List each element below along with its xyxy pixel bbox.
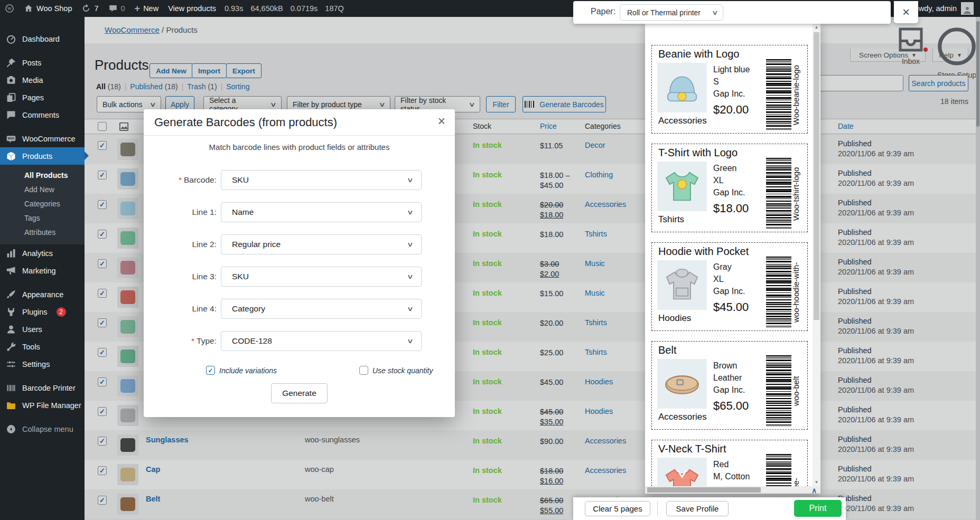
panel-vertical-scrollbar[interactable]: ▲ ▼ — [813, 24, 820, 486]
sidebar-item-tools[interactable]: Tools — [0, 338, 85, 355]
checkbox-include-variations[interactable]: ✓Include variations — [206, 366, 277, 375]
column-header-date[interactable]: Date — [838, 122, 854, 130]
modal-close-icon[interactable]: × — [437, 114, 445, 129]
sidebar-subitem-tags[interactable]: Tags — [0, 211, 85, 225]
add-new-button[interactable]: Add New — [150, 63, 193, 78]
scroll-down-arrow-icon[interactable]: ▼ — [813, 479, 820, 486]
site-name-link[interactable]: Woo Shop — [19, 0, 77, 17]
product-thumbnail[interactable] — [117, 198, 138, 219]
search-products-button[interactable]: Search products — [909, 75, 968, 91]
view-link-all[interactable]: All — [96, 82, 106, 91]
product-category-link[interactable]: Tshirts — [585, 318, 607, 327]
product-thumbnail[interactable] — [117, 287, 138, 308]
sidebar-subitem-attributes[interactable]: Attributes — [0, 225, 85, 240]
product-category-link[interactable]: Clothing — [585, 171, 613, 179]
store-setup-activity[interactable]: Store Setup — [934, 24, 979, 79]
row-checkbox[interactable]: ✓ — [98, 496, 107, 505]
product-category-link[interactable]: Tshirts — [585, 230, 607, 238]
generate-button[interactable]: Generate — [271, 383, 328, 403]
checkbox-box[interactable] — [359, 366, 368, 375]
clear-pages-button[interactable]: Clear 5 pages — [585, 501, 650, 516]
scroll-up-arrow-icon[interactable]: ▲ — [813, 24, 820, 31]
product-thumbnail[interactable] — [117, 168, 138, 190]
sidebar-item-posts[interactable]: Posts — [0, 54, 85, 71]
product-name-link[interactable]: Cap — [146, 465, 160, 474]
panel-hscrollbar-thumb[interactable] — [647, 487, 761, 493]
product-category-link[interactable]: Hoodies — [585, 407, 613, 415]
panel-horizontal-scrollbar[interactable] — [645, 486, 820, 494]
product-thumbnail[interactable] — [117, 375, 138, 396]
sidebar-item-wp-file-manager[interactable]: WP File Manager — [0, 396, 85, 414]
field-select-line3[interactable]: SKU∨ — [221, 267, 422, 287]
product-thumbnail[interactable] — [117, 494, 138, 515]
product-thumbnail[interactable] — [117, 257, 138, 278]
row-checkbox[interactable]: ✓ — [98, 377, 107, 386]
page-scrollbar-thumb[interactable] — [976, 21, 979, 127]
import-button[interactable]: Import — [192, 63, 227, 78]
checkbox-use-stock-quantity[interactable]: Use stock quantity — [359, 366, 433, 375]
row-checkbox[interactable]: ✓ — [98, 437, 107, 446]
row-checkbox[interactable]: ✓ — [98, 348, 107, 357]
comments-indicator[interactable]: 0 — [104, 0, 130, 17]
sidebar-item-comments[interactable]: Comments — [0, 106, 85, 124]
print-button[interactable]: Print — [794, 500, 842, 517]
select-all-checkbox[interactable] — [98, 122, 107, 131]
product-thumbnail[interactable] — [117, 464, 138, 485]
row-checkbox[interactable]: ✓ — [98, 259, 107, 268]
inbox-activity[interactable]: Inbox — [895, 24, 927, 65]
row-checkbox[interactable]: ✓ — [98, 407, 107, 416]
panel-close-button[interactable]: × — [894, 1, 918, 23]
sidebar-item-settings[interactable]: Settings — [0, 355, 85, 373]
sidebar-item-media[interactable]: Media — [0, 71, 85, 89]
field-select-line1[interactable]: Name∨ — [221, 202, 422, 222]
product-thumbnail[interactable] — [117, 228, 138, 249]
product-thumbnail[interactable] — [117, 434, 138, 456]
view-link-sorting[interactable]: Sorting — [226, 82, 249, 91]
product-name-link[interactable]: Belt — [146, 495, 160, 503]
sidebar-item-users[interactable]: Users — [0, 320, 85, 338]
column-header-price[interactable]: Price — [540, 122, 557, 130]
row-checkbox[interactable]: ✓ — [98, 141, 107, 150]
sidebar-subitem-add-new[interactable]: Add New — [0, 183, 85, 197]
product-thumbnail[interactable] — [117, 405, 138, 426]
sidebar-item-woocommerce[interactable]: WOOWooCommerce — [0, 130, 85, 147]
field-select-line2[interactable]: Regular price∨ — [221, 234, 422, 254]
product-category-link[interactable]: Tshirts — [585, 348, 607, 356]
sidebar-item-products[interactable]: Products — [0, 147, 85, 165]
column-header-categories[interactable]: Categories — [585, 122, 621, 130]
export-button[interactable]: Export — [226, 63, 262, 78]
row-checkbox[interactable]: ✓ — [98, 318, 107, 327]
new-button[interactable]: + New — [130, 0, 164, 17]
product-thumbnail[interactable] — [117, 346, 138, 367]
row-checkbox[interactable]: ✓ — [98, 171, 107, 179]
product-category-link[interactable]: Decor — [585, 141, 605, 149]
product-name-link[interactable]: Sunglasses — [146, 436, 189, 444]
field-select-line4[interactable]: Category∨ — [221, 299, 422, 319]
filter-button[interactable]: Filter — [486, 96, 516, 112]
avatar[interactable] — [961, 2, 974, 15]
product-category-link[interactable]: Accessories — [585, 437, 626, 445]
sidebar-item-analytics[interactable]: Analytics — [0, 244, 85, 262]
row-checkbox[interactable]: ✓ — [98, 466, 107, 475]
paper-select[interactable]: Roll or Thermal printer ∨ — [620, 4, 723, 21]
sidebar-item-marketing[interactable]: Marketing — [0, 262, 85, 279]
breadcrumb-woocommerce-link[interactable]: WooCommerce — [105, 25, 160, 34]
sidebar-item-plugins[interactable]: Plugins2 — [0, 303, 85, 320]
panel-scrollbar-thumb[interactable] — [814, 32, 819, 320]
product-category-link[interactable]: Accessories — [585, 200, 626, 209]
page-scrollbar[interactable] — [976, 17, 980, 520]
sidebar-item-pages[interactable]: Pages — [0, 89, 85, 106]
row-checkbox[interactable]: ✓ — [98, 200, 107, 209]
product-thumbnail[interactable] — [117, 316, 138, 337]
product-category-link[interactable]: Accessories — [585, 466, 626, 475]
sidebar-item-collapse-menu[interactable]: Collapse menu — [0, 420, 85, 438]
product-category-link[interactable]: Music — [585, 289, 605, 297]
wordpress-logo-icon[interactable]: W — [0, 0, 19, 17]
row-checkbox[interactable]: ✓ — [98, 289, 107, 298]
save-profile-button[interactable]: Save Profile — [666, 501, 729, 516]
view-link-published[interactable]: Published — [130, 82, 163, 91]
generate-barcodes-button[interactable]: Generate Barcodes — [522, 96, 606, 112]
field-select-type[interactable]: CODE-128∨ — [221, 331, 422, 351]
field-select-barcode[interactable]: SKU∨ — [221, 170, 422, 190]
sidebar-item-appearance[interactable]: Appearance — [0, 286, 85, 303]
